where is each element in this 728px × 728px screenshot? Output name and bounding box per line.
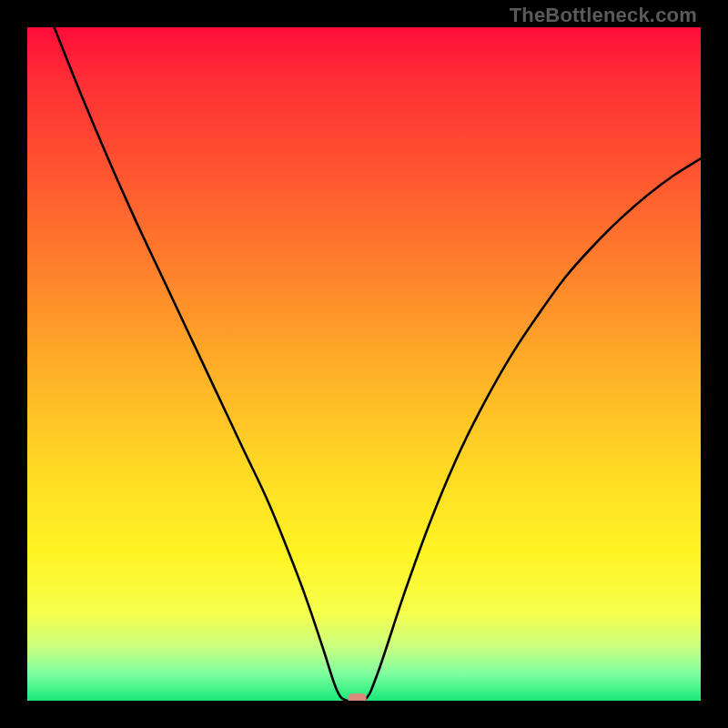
watermark-text: TheBottleneck.com: [510, 4, 697, 27]
chart-svg: [27, 27, 701, 701]
outer-frame: TheBottleneck.com: [0, 0, 728, 728]
bottleneck-curve: [55, 27, 701, 701]
minimum-marker: [349, 693, 367, 701]
plot-area: [27, 27, 701, 701]
